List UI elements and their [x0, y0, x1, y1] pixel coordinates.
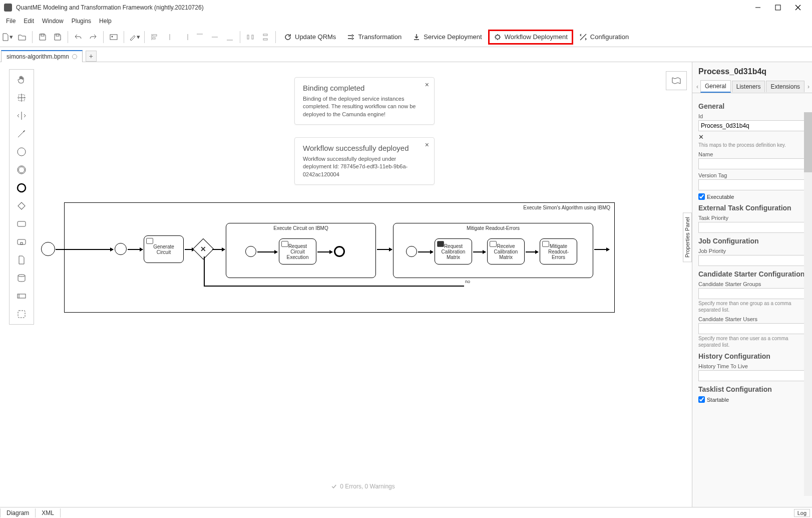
sequence-flow[interactable] — [377, 249, 392, 250]
sequence-flow[interactable] — [56, 249, 113, 250]
hand-tool[interactable] — [16, 74, 28, 86]
sequence-flow[interactable] — [128, 249, 143, 250]
svg-point-7 — [112, 36, 113, 37]
clear-id-button[interactable]: ✕ — [698, 133, 806, 141]
transformation-button[interactable]: Transformation — [342, 30, 407, 44]
tabs-scroll-right[interactable]: › — [805, 82, 811, 91]
sequence-flow[interactable] — [594, 249, 609, 250]
minimap-toggle[interactable] — [666, 71, 687, 90]
exclusive-gateway[interactable]: ✕ — [193, 238, 214, 260]
tab-close-icon[interactable] — [72, 54, 77, 59]
view-tab-xml[interactable]: XML — [36, 508, 61, 517]
vertical-scrollbar[interactable] — [804, 112, 812, 496]
diagram-canvas[interactable]: × Binding completed Binding of the deplo… — [34, 62, 692, 507]
sequence-flow[interactable] — [473, 251, 486, 252]
menu-window[interactable]: Window — [38, 17, 68, 26]
job-priority-field[interactable] — [698, 255, 806, 266]
align-center-v-button[interactable] — [208, 29, 222, 45]
sequence-flow[interactable] — [526, 251, 538, 252]
align-top-button[interactable] — [193, 29, 207, 45]
sequence-flow[interactable] — [257, 251, 277, 252]
undo-button[interactable] — [71, 29, 85, 45]
menu-edit[interactable]: Edit — [20, 17, 38, 26]
start-event[interactable] — [245, 246, 256, 257]
id-field[interactable] — [698, 120, 806, 131]
sequence-flow[interactable] — [418, 251, 433, 252]
menu-help[interactable]: Help — [95, 17, 116, 26]
save-button[interactable] — [36, 29, 50, 45]
close-button[interactable] — [788, 0, 808, 15]
configuration-button[interactable]: Configuration — [574, 30, 634, 44]
task-mitigate[interactable]: Mitigate Readout-Errors — [540, 238, 577, 265]
task-generate-circuit[interactable]: Generate Circuit — [144, 235, 184, 263]
start-event[interactable] — [41, 242, 55, 256]
executable-checkbox[interactable] — [698, 193, 705, 200]
save-as-button[interactable] — [51, 29, 65, 45]
group-tool[interactable] — [16, 308, 28, 320]
space-tool[interactable] — [16, 110, 28, 122]
add-tab-button[interactable]: + — [86, 51, 97, 62]
subprocess-tool[interactable] — [16, 236, 28, 248]
align-center-h-button[interactable] — [163, 29, 177, 45]
maximize-button[interactable] — [768, 0, 788, 15]
lasso-tool[interactable] — [16, 92, 28, 104]
align-right-button[interactable] — [178, 29, 192, 45]
view-tab-diagram[interactable]: Diagram — [0, 508, 36, 517]
end-event[interactable] — [334, 246, 345, 257]
intermediate-event-tool[interactable] — [16, 164, 28, 176]
properties-panel-handle[interactable]: Properties Panel — [683, 212, 692, 262]
version-field[interactable] — [698, 179, 806, 190]
subprocess-mitigate[interactable]: Mitigate Readout-Errors Request Calibrat… — [393, 223, 593, 278]
dist-h-button[interactable] — [243, 29, 257, 45]
sequence-flow[interactable] — [212, 249, 225, 250]
name-field[interactable] — [698, 158, 806, 169]
data-store-tool[interactable] — [16, 272, 28, 284]
scrollbar-thumb[interactable] — [804, 112, 812, 172]
align-left-button[interactable] — [148, 29, 162, 45]
task-request-calibration[interactable]: Request Calibration Matrix — [435, 238, 472, 265]
subprocess-execute[interactable]: Execute Circuit on IBMQ Request Circuit … — [226, 223, 376, 278]
task-tool[interactable] — [16, 218, 28, 230]
startable-checkbox[interactable] — [698, 396, 705, 403]
log-button[interactable]: Log — [794, 509, 810, 517]
sequence-flow[interactable] — [317, 251, 332, 252]
close-icon[interactable]: × — [425, 141, 429, 149]
end-event-tool[interactable] — [16, 182, 28, 194]
tab-extensions[interactable]: Extensions — [766, 81, 804, 92]
redo-button[interactable] — [86, 29, 100, 45]
open-folder-button[interactable] — [15, 29, 29, 45]
close-icon[interactable]: × — [425, 81, 429, 89]
tab-listeners[interactable]: Listeners — [732, 81, 765, 92]
minimize-button[interactable] — [748, 0, 768, 15]
sequence-flow[interactable] — [204, 286, 464, 287]
gateway-tool[interactable] — [16, 200, 28, 212]
history-ttl-field[interactable] — [698, 370, 806, 381]
start-event[interactable] — [115, 243, 127, 255]
image-button[interactable] — [107, 29, 121, 45]
data-object-tool[interactable] — [16, 254, 28, 266]
bpmn-pool[interactable]: Execute Simon's Algorithm using IBMQ Gen… — [64, 202, 615, 313]
start-event[interactable] — [406, 246, 417, 257]
new-file-button[interactable]: ▾ — [0, 29, 14, 45]
update-qrms-button[interactable]: Update QRMs — [279, 30, 341, 44]
tabs-scroll-left[interactable]: ‹ — [694, 82, 700, 91]
menu-plugins[interactable]: Plugins — [68, 17, 95, 26]
sequence-flow[interactable] — [204, 256, 205, 287]
start-event-tool[interactable] — [16, 146, 28, 158]
align-bottom-button[interactable] — [223, 29, 237, 45]
cs-groups-field[interactable] — [698, 288, 806, 299]
workflow-deployment-button[interactable]: Workflow Deployment — [488, 30, 573, 45]
service-deployment-button[interactable]: Service Deployment — [408, 30, 487, 44]
connect-tool[interactable] — [16, 128, 28, 140]
dist-v-button[interactable] — [258, 29, 272, 45]
task-request-circuit[interactable]: Request Circuit Execution — [279, 238, 316, 265]
menu-file[interactable]: File — [2, 17, 20, 26]
file-tab[interactable]: simons-algorithm.bpmn — [1, 50, 83, 62]
participant-tool[interactable] — [16, 290, 28, 302]
cs-users-field[interactable] — [698, 323, 806, 334]
validation-status[interactable]: 0 Errors, 0 Warnings — [324, 481, 402, 492]
task-receive-calibration[interactable]: Receive Calibration Matrix — [487, 238, 525, 265]
task-priority-field[interactable] — [698, 222, 806, 233]
color-button[interactable]: ▾ — [127, 29, 141, 45]
tab-general[interactable]: General — [700, 80, 731, 93]
